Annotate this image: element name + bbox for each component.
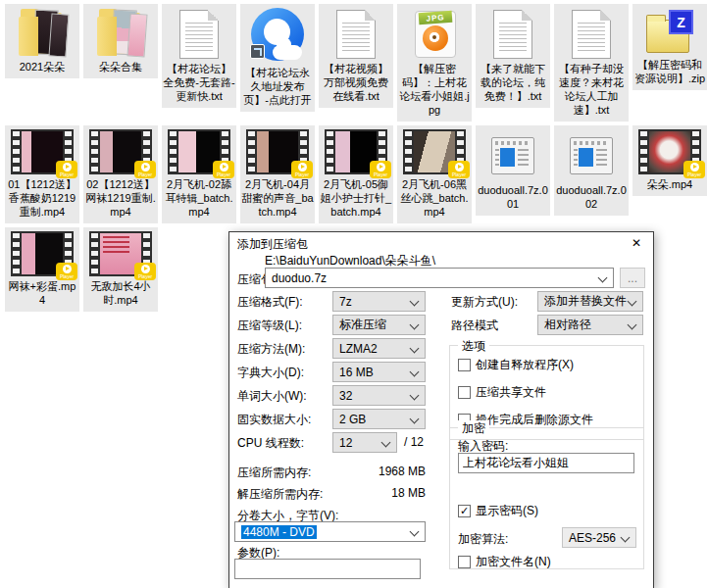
dialog-title[interactable]: 添加到压缩包 — [237, 236, 308, 253]
text-file-icon — [572, 10, 611, 59]
memory-decompress-value: 18 MB — [332, 486, 426, 500]
file-name-label: 2021朵朵 — [20, 60, 65, 74]
video-file-icon: Player — [168, 129, 230, 174]
cipher-combobox[interactable]: AES-256 — [562, 527, 636, 548]
file-name-label: 【有种子却没速度？来村花论坛人工加速】.txt — [555, 62, 628, 117]
desktop-icon-txt[interactable]: 【来了就能下载的论坛，纯免费！】.txt — [476, 4, 550, 108]
desktop-icon-txt[interactable]: 【有种子却没速度？来村花论坛人工加速】.txt — [554, 4, 629, 122]
file-name-label: 【村花论坛永久地址发布页】-点此打开 — [241, 66, 314, 107]
desktop-icon-txt[interactable]: 【村花视频】万部视频免费在线看.txt — [319, 4, 393, 108]
dictionary-combobox[interactable]: 16 MB — [332, 362, 426, 382]
solid-size-label: 固实数据大小: — [237, 412, 311, 428]
format-combobox[interactable]: 7z — [332, 291, 426, 312]
file-name-label: 【来了就能下载的论坛，纯免费！】.txt — [477, 62, 549, 103]
level-label: 压缩等级(L): — [237, 318, 302, 334]
desktop-icon-archive-part[interactable]: duoduoall.7z.001 — [476, 125, 550, 216]
folder-icon — [15, 8, 70, 57]
shortcut-arrow-icon — [250, 44, 265, 59]
image-file-icon: JPG — [411, 8, 458, 59]
level-combobox[interactable]: 标准压缩 — [332, 315, 426, 335]
desktop-icon-zip[interactable]: Z 【解压密码和资源说明】.zip — [632, 4, 707, 90]
video-file-icon: Player — [89, 231, 152, 276]
archive-part-icon — [570, 137, 613, 174]
player-badge-icon: Player — [56, 161, 77, 178]
close-icon[interactable]: ✕ — [620, 232, 653, 254]
cpu-threads-label: CPU 线程数: — [237, 435, 304, 452]
desktop-icons-row-1: 2021朵朵 朵朵合集 【村花论坛】全免费-无套路-更新快.txt 【村花论坛永… — [3, 4, 708, 122]
file-name-label: duoduoall.7z.001 — [477, 183, 549, 211]
options-group-title: 选项 — [458, 338, 489, 355]
player-badge-icon: Player — [291, 161, 313, 178]
show-password-checkbox[interactable]: ✓ 显示密码(S) — [458, 503, 538, 519]
encryption-group-title: 加密 — [458, 420, 489, 437]
encrypt-filenames-checkbox[interactable]: 加密文件名(N) — [458, 554, 551, 570]
player-badge-icon: Player — [370, 161, 391, 178]
update-mode-label: 更新方式(U): — [451, 294, 518, 311]
desktop-icon-video[interactable]: Player 2月飞机-02舔耳特辑_batch.mp4 — [162, 125, 236, 223]
video-file-icon: Player — [246, 129, 309, 174]
memory-compress-value: 1968 MB — [332, 465, 426, 478]
desktop-icon-video[interactable]: Player 2月飞机-06黑丝心跳_batch.mp4 — [397, 125, 472, 223]
desktop-icon-folder[interactable]: 朵朵合集 — [83, 4, 158, 78]
text-file-icon — [336, 10, 376, 59]
zip-z-badge: Z — [669, 10, 693, 34]
checkbox-icon — [458, 386, 471, 399]
solid-size-combobox[interactable]: 2 GB — [332, 409, 426, 429]
desktop-icon-shortcut[interactable]: 【村花论坛永久地址发布页】-点此打开 — [240, 4, 315, 112]
archive-name-combobox[interactable]: duoduo.7z — [265, 268, 614, 288]
word-size-combobox[interactable]: 32 — [332, 385, 426, 406]
desktop-icon-txt[interactable]: 【村花论坛】全免费-无套路-更新快.txt — [162, 4, 236, 108]
file-name-label: duoduoall.7z.002 — [555, 183, 628, 211]
cpu-threads-combobox[interactable]: 12 — [332, 432, 397, 453]
compress-shared-checkbox[interactable]: 压缩共享文件 — [458, 384, 546, 401]
archive-part-icon — [491, 137, 534, 174]
path-mode-combobox[interactable]: 相对路径 — [537, 315, 643, 335]
file-name-label: 2月飞机-04月甜蜜的声音_batch.mp4 — [241, 177, 314, 219]
parameters-input[interactable] — [234, 559, 421, 579]
video-file-icon: Player — [11, 129, 74, 174]
file-name-label: 【村花视频】万部视频免费在线看.txt — [320, 62, 392, 103]
desktop-icon-video[interactable]: Player 2月飞机-04月甜蜜的声音_batch.mp4 — [240, 125, 315, 223]
file-name-label: 【解压密码和资源说明】.zip — [633, 58, 706, 85]
update-mode-combobox[interactable]: 添加并替换文件 — [537, 291, 643, 312]
file-name-label: 网袜+彩蛋.mp4 — [6, 279, 78, 307]
video-file-icon: Player — [89, 129, 152, 174]
method-label: 压缩方法(M): — [237, 341, 305, 358]
player-badge-icon: Player — [448, 161, 470, 178]
desktop-icon-video[interactable]: Player 朵朵.mp4 — [632, 125, 707, 196]
file-name-label: 2月飞机-05御姐小护士打针_batch.mp4 — [320, 177, 392, 219]
archive-name-value: duoduo.7z — [272, 271, 327, 285]
browse-button[interactable]: ... — [620, 268, 645, 288]
desktop-icons-row-2: Player 01【1212送】香蕉酸奶1219重制.mp4 Player 02… — [3, 125, 708, 223]
checkbox-icon — [458, 359, 471, 371]
folder-icon — [93, 8, 148, 57]
file-name-label: 02【1212送】网袜1219重制.mp4 — [84, 177, 157, 219]
file-name-label: 2月飞机-06黑丝心跳_batch.mp4 — [398, 177, 471, 219]
desktop-icon-folder[interactable]: 2021朵朵 — [5, 4, 79, 78]
format-label: 压缩格式(F): — [237, 294, 303, 311]
memory-decompress-label: 解压缩所需内存: — [237, 486, 323, 503]
desktop-icon-video[interactable]: Player 2月飞机-05御姐小护士打针_batch.mp4 — [319, 125, 393, 223]
desktop-icon-video[interactable]: Player 01【1212送】香蕉酸奶1219重制.mp4 — [5, 125, 79, 223]
file-name-label: 无敌加长4小时.mp4 — [84, 279, 157, 307]
file-name-label: 朵朵.mp4 — [647, 177, 692, 191]
add-to-archive-dialog: 添加到压缩包 ✕ 压缩包(A) E:\BaiduYunDownload\朵朵斗鱼… — [228, 231, 654, 588]
volume-size-selected-text: 4480M - DVD — [241, 525, 317, 539]
video-file-icon: Player — [11, 231, 74, 276]
path-mode-label: 路径模式 — [451, 318, 498, 334]
password-input[interactable] — [458, 453, 634, 473]
desktop-icon-video[interactable]: Player 网袜+彩蛋.mp4 — [5, 227, 79, 312]
video-file-icon: Player — [403, 129, 466, 174]
create-sfx-checkbox[interactable]: 创建自释放程序(X) — [458, 357, 574, 373]
desktop-icon-video[interactable]: Player 02【1212送】网袜1219重制.mp4 — [83, 125, 158, 223]
checkbox-icon — [458, 556, 471, 568]
desktop-icon-video[interactable]: Player 无敌加长4小时.mp4 — [83, 227, 158, 312]
jpg-badge: JPG — [419, 11, 453, 24]
volume-size-combobox[interactable]: 4480M - DVD — [234, 521, 426, 542]
text-file-icon — [179, 10, 219, 59]
dictionary-label: 字典大小(D): — [237, 365, 304, 381]
method-combobox[interactable]: LZMA2 — [332, 338, 426, 359]
player-badge-icon: Player — [683, 161, 705, 178]
desktop-icon-archive-part[interactable]: duoduoall.7z.002 — [554, 125, 629, 216]
desktop-icon-jpg[interactable]: JPG 【解压密码】：上村花论坛看小姐姐.jpg — [397, 4, 472, 122]
